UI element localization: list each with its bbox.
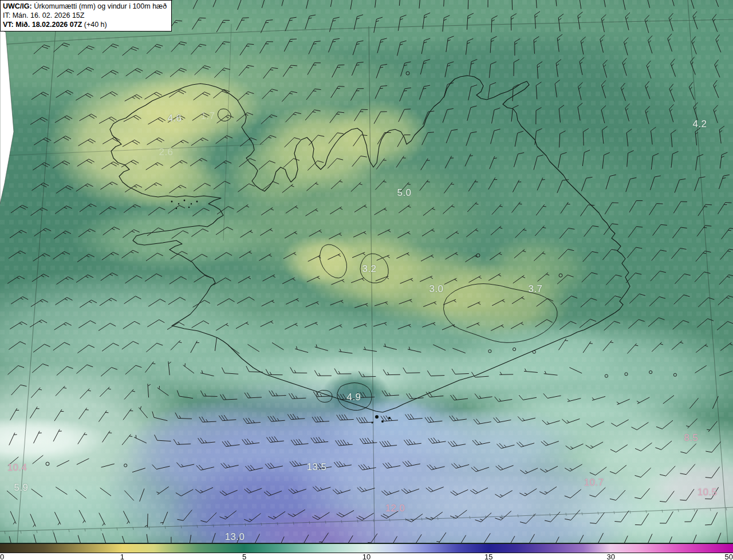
value-label: 3.0 [429, 283, 444, 295]
colorbar: 01510153050 [0, 543, 733, 560]
value-label: 1.7 [201, 111, 215, 122]
value-label: 2.6 [159, 147, 174, 158]
colorbar-tick-labels: 01510153050 [0, 553, 733, 560]
value-label: 10.4 [7, 462, 27, 474]
value-label: 4.9 [347, 392, 361, 403]
valid-time-line: VT: Mið. 18.02.2026 07Z (+40 h) [3, 20, 167, 29]
value-label: 3.7 [529, 283, 543, 295]
value-label: 3.2 [362, 263, 377, 275]
value-label: 4.2 [693, 119, 707, 130]
weather-map: 4.61.72.65.04.23.23.03.74.913.510.45.98.… [0, 0, 733, 543]
colorbar-tick: 1 [120, 553, 124, 560]
title-line: UWC/IG: Úrkomumætti (mm) og vindur i 100… [3, 2, 167, 11]
init-time-line: IT: Mán. 16. 02. 2026 15Z [3, 11, 167, 20]
colorbar-tick: 30 [606, 553, 614, 560]
value-label: 13.0 [225, 531, 245, 543]
colorbar-tick: 50 [725, 553, 733, 560]
colorbar-tick: 10 [362, 553, 371, 560]
colorbar-gradient [0, 543, 733, 553]
colorbar-tick: 5 [242, 553, 246, 560]
model-name: UWC/IG: [3, 2, 32, 10]
value-label: 5.9 [14, 482, 29, 494]
colorbar-tick: 15 [484, 553, 492, 560]
value-label: 10.7 [584, 477, 604, 488]
title-box: UWC/IG: Úrkomumætti (mm) og vindur i 100… [0, 0, 172, 31]
colorbar-tick: 0 [0, 553, 4, 560]
value-label: 12.0 [385, 503, 405, 514]
value-label: 13.5 [307, 462, 327, 473]
value-label: 4.6 [168, 113, 182, 124]
value-label: 5.0 [397, 187, 412, 199]
value-label: 8.5 [684, 432, 699, 444]
value-label: 10.5 [697, 487, 718, 498]
weather-map-page: { "header": { "model_label": "UWC/IG:", … [0, 0, 733, 560]
value-labels-layer: 4.61.72.65.04.23.23.03.74.913.510.45.98.… [0, 0, 733, 543]
